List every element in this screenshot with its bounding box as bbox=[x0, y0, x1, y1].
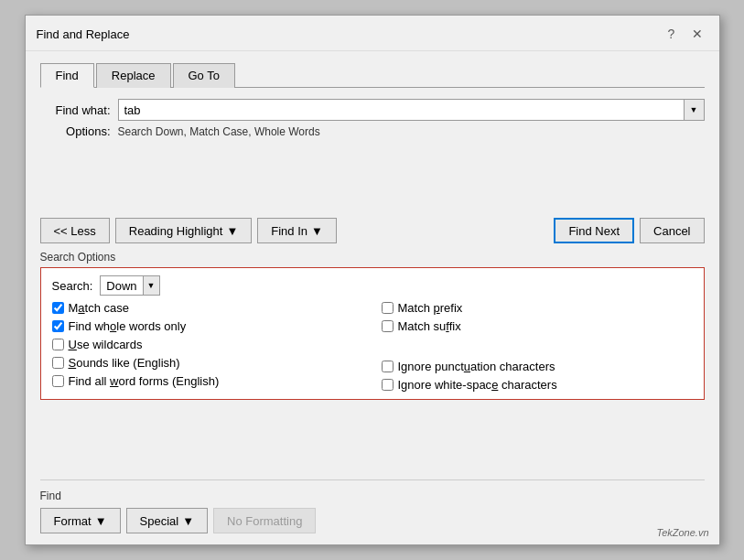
reading-highlight-button[interactable]: Reading Highlight ▼ bbox=[115, 218, 253, 243]
sounds-like-label[interactable]: Sounds like (English) bbox=[69, 356, 180, 370]
dialog-body: Find Replace Go To Find what: ▼ Opti bbox=[26, 51, 719, 544]
wildcards-checkbox[interactable] bbox=[52, 339, 64, 350]
tab-find[interactable]: Find bbox=[40, 63, 94, 88]
checkbox-left-col: Match case Find whole words only bbox=[52, 301, 363, 392]
find-what-row: Find what: ▼ bbox=[40, 99, 705, 121]
checkbox-right-col: Match prefix Match suffix bbox=[363, 301, 693, 392]
sounds-like-row: Sounds like (English) bbox=[52, 356, 363, 370]
titlebar: Find and Replace ? ✕ bbox=[26, 16, 719, 51]
reading-highlight-arrow-icon: ▼ bbox=[226, 224, 238, 238]
find-input[interactable] bbox=[118, 99, 685, 121]
match-prefix-label[interactable]: Match prefix bbox=[398, 301, 463, 315]
options-label: Options: bbox=[40, 124, 118, 138]
match-case-checkbox[interactable] bbox=[52, 302, 64, 314]
titlebar-right: ? ✕ bbox=[661, 23, 708, 45]
ignore-space-checkbox[interactable] bbox=[382, 379, 394, 391]
word-forms-label[interactable]: Find all word forms (English) bbox=[69, 374, 220, 388]
watermark: TekZone.vn bbox=[656, 527, 708, 538]
search-options-label: Search Options bbox=[40, 251, 705, 264]
match-prefix-row: Match prefix bbox=[382, 301, 693, 315]
ignore-space-row: Ignore white-space characters bbox=[382, 378, 693, 392]
find-dropdown-btn[interactable]: ▼ bbox=[685, 99, 705, 121]
word-forms-checkbox[interactable] bbox=[52, 375, 64, 387]
options-value: Search Down, Match Case, Whole Words bbox=[118, 125, 320, 138]
main-btn-row: << Less Reading Highlight ▼ Find In ▼ Fi… bbox=[40, 218, 705, 243]
bottom-btn-row: Format ▼ Special ▼ No Formatting bbox=[40, 508, 705, 533]
find-in-arrow-icon: ▼ bbox=[311, 224, 323, 238]
search-direction-arrow-icon[interactable]: ▼ bbox=[143, 276, 159, 295]
cancel-button[interactable]: Cancel bbox=[640, 218, 704, 243]
tab-replace[interactable]: Replace bbox=[96, 63, 171, 88]
whole-words-row: Find whole words only bbox=[52, 319, 363, 333]
less-button[interactable]: << Less bbox=[40, 218, 110, 243]
close-button[interactable]: ✕ bbox=[686, 23, 708, 45]
search-direction-select[interactable]: Down ▼ bbox=[100, 275, 159, 296]
search-direction-value: Down bbox=[101, 279, 142, 293]
options-box: Search: Down ▼ Matc bbox=[40, 267, 705, 400]
ignore-punct-row: Ignore punctuation characters bbox=[382, 360, 693, 373]
search-options-section: Search Options Search: Down ▼ bbox=[40, 251, 705, 400]
find-next-button[interactable]: Find Next bbox=[554, 218, 634, 243]
find-in-button[interactable]: Find In ▼ bbox=[257, 218, 337, 243]
match-suffix-row: Match suffix bbox=[382, 319, 693, 333]
no-formatting-button: No Formatting bbox=[213, 508, 316, 533]
search-direction-row: Search: Down ▼ bbox=[52, 275, 693, 296]
whole-words-checkbox[interactable] bbox=[52, 320, 64, 332]
special-arrow-icon: ▼ bbox=[182, 514, 194, 528]
wildcards-row: Use wildcards bbox=[52, 338, 363, 351]
match-suffix-label[interactable]: Match suffix bbox=[398, 319, 461, 333]
search-direction-label: Search: bbox=[52, 279, 93, 293]
find-what-label: Find what: bbox=[40, 103, 118, 117]
bottom-section: Find Format ▼ Special ▼ No Formatting bbox=[40, 479, 705, 533]
match-case-label[interactable]: Match case bbox=[69, 301, 130, 315]
word-forms-row: Find all word forms (English) bbox=[52, 374, 363, 388]
options-row: Options: Search Down, Match Case, Whole … bbox=[40, 124, 705, 138]
ignore-punct-label[interactable]: Ignore punctuation characters bbox=[398, 360, 555, 373]
bottom-label: Find bbox=[40, 490, 705, 502]
sounds-like-checkbox[interactable] bbox=[52, 357, 64, 369]
whole-words-label[interactable]: Find whole words only bbox=[69, 319, 187, 333]
match-prefix-checkbox[interactable] bbox=[382, 302, 394, 314]
tab-goto[interactable]: Go To bbox=[173, 63, 235, 88]
find-input-wrap: ▼ bbox=[118, 99, 705, 121]
tab-bar: Find Replace Go To bbox=[40, 62, 705, 88]
ignore-punct-checkbox[interactable] bbox=[382, 361, 394, 372]
format-button[interactable]: Format ▼ bbox=[40, 508, 121, 533]
format-arrow-icon: ▼ bbox=[95, 514, 107, 528]
dialog-title: Find and Replace bbox=[37, 27, 130, 41]
special-button[interactable]: Special ▼ bbox=[126, 508, 209, 533]
checkbox-area: Match case Find whole words only bbox=[52, 301, 693, 392]
match-case-row: Match case bbox=[52, 301, 363, 315]
find-replace-dialog: Find and Replace ? ✕ Find Replace Go To bbox=[25, 15, 720, 545]
match-suffix-checkbox[interactable] bbox=[382, 320, 394, 332]
wildcards-label[interactable]: Use wildcards bbox=[69, 338, 143, 351]
help-button[interactable]: ? bbox=[661, 23, 683, 45]
titlebar-left: Find and Replace bbox=[37, 27, 130, 41]
ignore-space-label[interactable]: Ignore white-space characters bbox=[398, 378, 557, 392]
